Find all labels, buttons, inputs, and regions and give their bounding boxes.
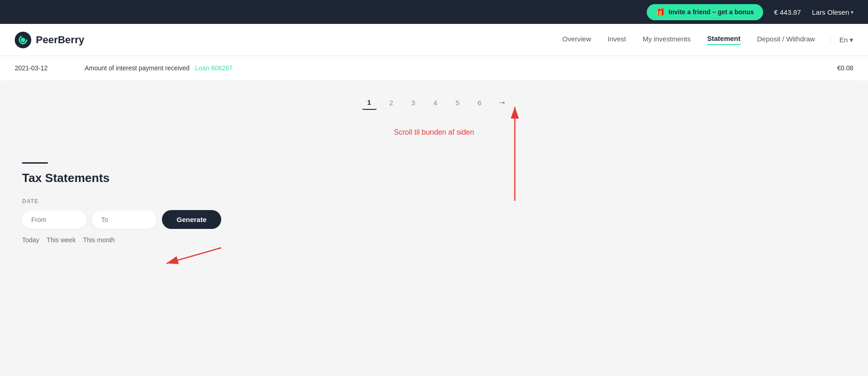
user-menu[interactable]: Lars Olesen ▾	[812, 8, 853, 16]
filter-this-month[interactable]: This month	[83, 236, 115, 244]
logo-text: PeerBerry	[36, 34, 84, 46]
date-inputs-row: Generate	[22, 210, 846, 229]
generate-button[interactable]: Generate	[162, 210, 221, 229]
nav-my-investments[interactable]: My investments	[643, 35, 690, 45]
logo-icon	[15, 32, 31, 48]
page-4[interactable]: 4	[428, 95, 443, 110]
top-bar: 🎁 Invite a friend – get a bonus € 443.87…	[0, 0, 868, 24]
main-nav: Overview Invest My investments Statement…	[562, 34, 815, 45]
row-date: 2021-03-12	[15, 64, 70, 72]
gift-icon: 🎁	[656, 8, 665, 17]
page-2[interactable]: 2	[384, 95, 399, 110]
main-content: 2021-03-12 Amount of interest payment re…	[0, 56, 868, 376]
nav-statement[interactable]: Statement	[707, 34, 741, 45]
date-label: DATE	[22, 198, 846, 205]
page-5[interactable]: 5	[450, 95, 465, 110]
nav-deposit-withdraw[interactable]: Deposit / Withdraw	[757, 35, 815, 45]
lang-chevron-icon: ▾	[850, 36, 853, 44]
quick-filters: Today This week This month	[22, 236, 846, 244]
next-page-arrow[interactable]: →	[498, 98, 506, 108]
filter-today[interactable]: Today	[22, 236, 39, 244]
filter-this-week[interactable]: This week	[46, 236, 75, 244]
page-6[interactable]: 6	[472, 95, 487, 110]
invite-label: Invite a friend – get a bonus	[669, 8, 754, 16]
from-date-input[interactable]	[22, 211, 86, 229]
table-area: 2021-03-12 Amount of interest payment re…	[0, 56, 868, 80]
nav-overview[interactable]: Overview	[562, 35, 591, 45]
svg-point-1	[21, 38, 25, 42]
language-selector[interactable]: En ▾	[830, 36, 853, 44]
nav-invest[interactable]: Invest	[608, 35, 626, 45]
invite-button[interactable]: 🎁 Invite a friend – get a bonus	[647, 4, 763, 20]
row-amount: €0.08	[837, 64, 853, 72]
language-label: En	[839, 36, 848, 44]
tax-section-title: Tax Statements	[22, 171, 846, 185]
logo[interactable]: PeerBerry	[15, 32, 84, 48]
to-date-input[interactable]	[92, 211, 156, 229]
loan-link[interactable]: Loan 606267	[195, 64, 233, 72]
page-1[interactable]: 1	[362, 95, 377, 110]
pagination: 1 2 3 4 5 6 →	[0, 80, 868, 125]
section-divider	[22, 162, 48, 164]
nav-bar: PeerBerry Overview Invest My investments…	[0, 24, 868, 56]
balance-display: € 443.87	[774, 8, 801, 16]
username-label: Lars Olesen	[812, 8, 849, 16]
table-row: 2021-03-12 Amount of interest payment re…	[15, 56, 853, 80]
annotation-area: Scroll til bunden af siden	[0, 125, 868, 151]
page-3[interactable]: 3	[406, 95, 421, 110]
chevron-down-icon: ▾	[851, 10, 853, 15]
annotation-text: Scroll til bunden af siden	[394, 128, 474, 137]
tax-section: Tax Statements DATE Generate Today This …	[0, 151, 868, 266]
row-description: Amount of interest payment received Loan…	[85, 64, 822, 72]
